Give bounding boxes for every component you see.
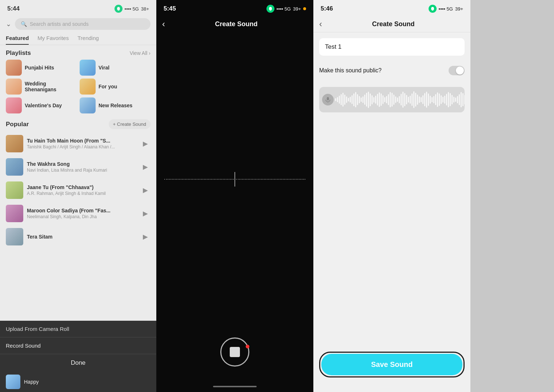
play-button[interactable]: ▶ — [140, 185, 150, 195]
playlist-thumb-viral — [80, 60, 96, 76]
wave-bar — [341, 94, 342, 105]
header-3: ‹ Create Sound — [313, 16, 470, 32]
wave-bar — [419, 96, 420, 103]
wave-bar — [375, 96, 376, 104]
panel-save-sound: 5:46 ▪▪▪▪ 5G 39+ ‹ Create Sound Make thi… — [313, 0, 470, 392]
back-button-2[interactable]: ‹ — [162, 19, 165, 29]
wave-bar — [386, 96, 387, 103]
record-sound-option[interactable]: Record Sound — [0, 337, 156, 354]
search-input-wrap[interactable]: 🔍 Search artists and sounds — [15, 18, 150, 30]
table-row[interactable]: Maroon Color Sadiya (From "Fas... Neelim… — [0, 202, 156, 225]
wave-bar — [461, 92, 462, 107]
happy-preview[interactable]: Happy — [0, 372, 156, 392]
public-label: Make this sound public? — [319, 67, 382, 74]
home-indicator-2 — [156, 381, 313, 392]
stop-button[interactable] — [220, 337, 249, 367]
wave-bar — [441, 95, 442, 104]
list-item[interactable]: Viral — [80, 60, 150, 76]
table-row[interactable]: Tu Hain Toh Main Hoon (From "S... Tanish… — [0, 132, 156, 155]
time-3: 5:46 — [321, 5, 333, 12]
wave-bar — [412, 93, 413, 106]
playlists-section-header: Playlists View All › — [0, 45, 156, 60]
song-info: The Wakhra Song Navi Indian, Lisa Mishra… — [27, 161, 137, 173]
wave-bar — [377, 94, 378, 105]
wave-bar — [397, 97, 398, 102]
play-button[interactable]: ▶ — [140, 139, 150, 149]
status-icons-3: ▪▪▪▪ 5G 39+ — [429, 5, 463, 13]
public-toggle[interactable] — [449, 66, 465, 75]
save-btn-outer: Save Sound — [319, 352, 465, 377]
wave-mic-left-icon — [322, 94, 334, 105]
battery-2: 39+ — [293, 6, 301, 12]
wave-bar — [366, 93, 367, 107]
list-item[interactable]: Punjabi Hits — [6, 60, 77, 76]
upload-camera-roll-option[interactable]: Upload From Camera Roll — [0, 321, 156, 337]
song-info: Tera Sitam — [27, 234, 137, 240]
recording-area — [156, 32, 313, 327]
status-bar-3: 5:46 ▪▪▪▪ 5G 39+ — [313, 0, 470, 16]
wave-bar — [359, 96, 360, 103]
table-row[interactable]: Jaane Tu (From "Chhaava") A.R. Rahman, A… — [0, 179, 156, 202]
page-title-3: Create Sound — [322, 20, 465, 28]
song-thumb — [6, 228, 23, 245]
back-button-3[interactable]: ‹ — [319, 19, 322, 29]
wave-bar — [448, 92, 449, 107]
wave-bar — [431, 97, 433, 102]
play-button[interactable]: ▶ — [140, 208, 150, 219]
wave-bar — [442, 97, 443, 103]
time-1: 5:44 — [7, 5, 20, 12]
playlist-name: New Releases — [99, 103, 132, 108]
song-artist: Navi Indian, Lisa Mishra and Raja Kumari — [27, 168, 137, 173]
wave-bar — [451, 95, 453, 104]
play-button[interactable]: ▶ — [140, 162, 150, 172]
wave-bar — [372, 95, 373, 104]
done-button[interactable]: Done — [0, 354, 156, 372]
wave-bar — [422, 95, 423, 104]
wave-bar — [433, 96, 434, 103]
waveform-line — [164, 179, 306, 180]
list-item[interactable]: Wedding Shenanigans — [6, 79, 77, 95]
table-row[interactable]: The Wakhra Song Navi Indian, Lisa Mishra… — [0, 155, 156, 179]
view-all-arrow-icon: › — [149, 50, 150, 56]
list-item[interactable]: Valentine's Day — [6, 97, 77, 113]
playlist-thumb-wedding — [6, 79, 22, 95]
play-button[interactable]: ▶ — [140, 232, 150, 242]
tab-my-favorites[interactable]: My Favorites — [37, 35, 69, 45]
sound-name-input[interactable] — [319, 38, 465, 56]
wave-bar — [446, 94, 447, 105]
tabs-row: Featured My Favorites Trending — [0, 32, 156, 45]
tab-featured[interactable]: Featured — [6, 35, 29, 45]
waveform-bars — [335, 91, 465, 109]
create-sound-button[interactable]: + Create Sound — [109, 119, 150, 129]
playlist-name: Wedding Shenanigans — [25, 81, 77, 92]
wave-bar — [373, 97, 374, 103]
save-sound-button[interactable]: Save Sound — [321, 354, 462, 375]
wave-bar — [428, 93, 429, 106]
list-item[interactable]: New Releases — [80, 97, 150, 113]
battery-1: 38+ — [141, 6, 149, 12]
song-info: Maroon Color Sadiya (From "Fas... Neelim… — [27, 208, 137, 219]
wave-bar — [408, 97, 409, 103]
wave-bar — [368, 92, 369, 108]
wave-bar — [361, 97, 362, 102]
table-row[interactable]: Tera Sitam ▶ — [0, 225, 156, 248]
wave-bar — [406, 95, 407, 104]
chevron-down-icon[interactable]: ⌄ — [6, 20, 11, 28]
panel-recording: 5:45 ▪▪▪▪ 5G 39+ ‹ Create Sound — [156, 0, 313, 392]
wave-bar — [348, 98, 349, 101]
wave-bar — [353, 93, 354, 106]
stop-icon — [230, 347, 240, 357]
list-item[interactable]: For you — [80, 79, 150, 95]
waveform-preview — [319, 87, 465, 112]
status-bar-2: 5:45 ▪▪▪▪ 5G 39+ — [156, 0, 313, 16]
playlist-name: Punjabi Hits — [25, 65, 54, 71]
wave-bar — [421, 97, 422, 102]
tab-trending[interactable]: Trending — [77, 35, 99, 45]
wave-bar — [413, 91, 414, 108]
wave-bar — [450, 93, 451, 106]
create-sound-label: + Create Sound — [113, 121, 146, 127]
wave-bar — [455, 97, 456, 102]
wave-bar — [382, 95, 384, 104]
view-all-link[interactable]: View All › — [130, 50, 150, 56]
search-icon: 🔍 — [21, 21, 27, 27]
